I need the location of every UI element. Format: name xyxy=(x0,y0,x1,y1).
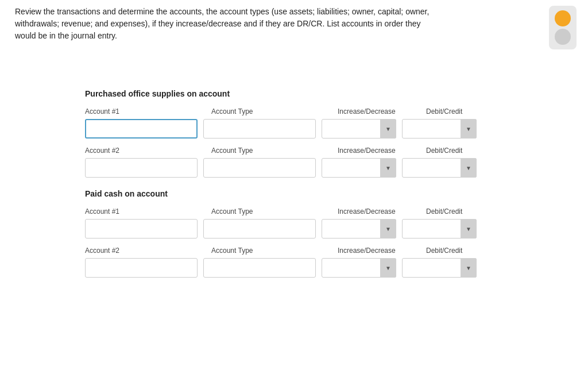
label-account-type-2-sec1: Account Type xyxy=(211,147,324,155)
sec2-row1-account-type-input[interactable] xyxy=(203,219,316,239)
sec1-row1-inc-dec-wrapper: Increase Decrease xyxy=(322,119,396,139)
label-inc-dec-1-sec1: Increase/Decrease xyxy=(338,107,412,116)
label-account-1-sec1: Account #1 xyxy=(85,107,198,116)
sec1-row2-dr-cr-select[interactable]: Debit Credit xyxy=(402,158,477,178)
row2-labels-sec1: Account #2 Account Type Increase/Decreas… xyxy=(85,147,510,155)
sec2-row2-dr-cr-wrapper: Debit Credit xyxy=(402,258,477,278)
sec2-row1-inputs: Increase Decrease Debit Credit xyxy=(85,219,510,239)
sec2-row1-account-input[interactable] xyxy=(85,219,198,239)
section-title-paid-cash: Paid cash on account xyxy=(85,189,510,198)
sec2-row2-inputs: Increase Decrease Debit Credit xyxy=(85,258,510,278)
sec2-row1-dr-cr-wrapper: Debit Credit xyxy=(402,219,477,239)
sec1-row1-inputs: Increase Decrease Debit Credit xyxy=(85,119,510,139)
sec2-row1-inc-dec-wrapper: Increase Decrease xyxy=(322,219,396,239)
label-account-2-sec1: Account #2 xyxy=(85,147,198,155)
label-dr-cr-2-sec2: Debit/Credit xyxy=(426,247,501,255)
label-account-type-1-sec1: Account Type xyxy=(211,107,324,116)
label-dr-cr-1-sec1: Debit/Credit xyxy=(426,107,501,116)
sec1-row2-dr-cr-wrapper: Debit Credit xyxy=(402,158,477,178)
section-purchased-office-supplies: Purchased office supplies on account Acc… xyxy=(85,89,510,178)
label-account-2-sec2: Account #2 xyxy=(85,247,198,255)
instruction-text: Review the transactions and determine th… xyxy=(15,6,440,42)
label-dr-cr-2-sec1: Debit/Credit xyxy=(426,147,501,155)
sec2-row2-dr-cr-select[interactable]: Debit Credit xyxy=(402,258,477,278)
sec1-row2-account-type-input[interactable] xyxy=(203,158,316,178)
row1-labels-sec2: Account #1 Account Type Increase/Decreas… xyxy=(85,207,510,216)
label-inc-dec-1-sec2: Increase/Decrease xyxy=(338,207,412,216)
sec1-row2-inc-dec-wrapper: Increase Decrease xyxy=(322,158,396,178)
sec2-row2-inc-dec-select[interactable]: Increase Decrease xyxy=(322,258,396,278)
sec2-row1-inc-dec-select[interactable]: Increase Decrease xyxy=(322,219,396,239)
sec1-row1-account-input[interactable] xyxy=(85,119,198,139)
sec1-row2-account-input[interactable] xyxy=(85,158,198,178)
sec2-row2-account-type-input[interactable] xyxy=(203,258,316,278)
label-account-1-sec2: Account #1 xyxy=(85,207,198,216)
section-paid-cash-on-account: Paid cash on account Account #1 Account … xyxy=(85,189,510,278)
status-circle-orange xyxy=(555,10,571,26)
label-dr-cr-1-sec2: Debit/Credit xyxy=(426,207,501,216)
sec1-row2-inc-dec-select[interactable]: Increase Decrease xyxy=(322,158,396,178)
status-indicator xyxy=(549,6,577,49)
sec1-row1-inc-dec-select[interactable]: Increase Decrease xyxy=(322,119,396,139)
label-inc-dec-2-sec2: Increase/Decrease xyxy=(338,247,412,255)
sec1-row1-account-type-input[interactable] xyxy=(203,119,316,139)
label-inc-dec-2-sec1: Increase/Decrease xyxy=(338,147,412,155)
section-title-purchased: Purchased office supplies on account xyxy=(85,89,510,98)
label-account-type-2-sec2: Account Type xyxy=(211,247,324,255)
sec2-row1-dr-cr-select[interactable]: Debit Credit xyxy=(402,219,477,239)
sec2-row2-inc-dec-wrapper: Increase Decrease xyxy=(322,258,396,278)
sec2-row2-account-input[interactable] xyxy=(85,258,198,278)
row1-labels: Account #1 Account Type Increase/Decreas… xyxy=(85,107,510,116)
status-circle-gray xyxy=(555,29,571,45)
sec1-row1-dr-cr-select[interactable]: Debit Credit xyxy=(402,119,477,139)
main-content: Purchased office supplies on account Acc… xyxy=(85,89,510,289)
sec1-row1-dr-cr-wrapper: Debit Credit xyxy=(402,119,477,139)
row2-labels-sec2: Account #2 Account Type Increase/Decreas… xyxy=(85,247,510,255)
sec1-row2-inputs: Increase Decrease Debit Credit xyxy=(85,158,510,178)
label-account-type-1-sec2: Account Type xyxy=(211,207,324,216)
